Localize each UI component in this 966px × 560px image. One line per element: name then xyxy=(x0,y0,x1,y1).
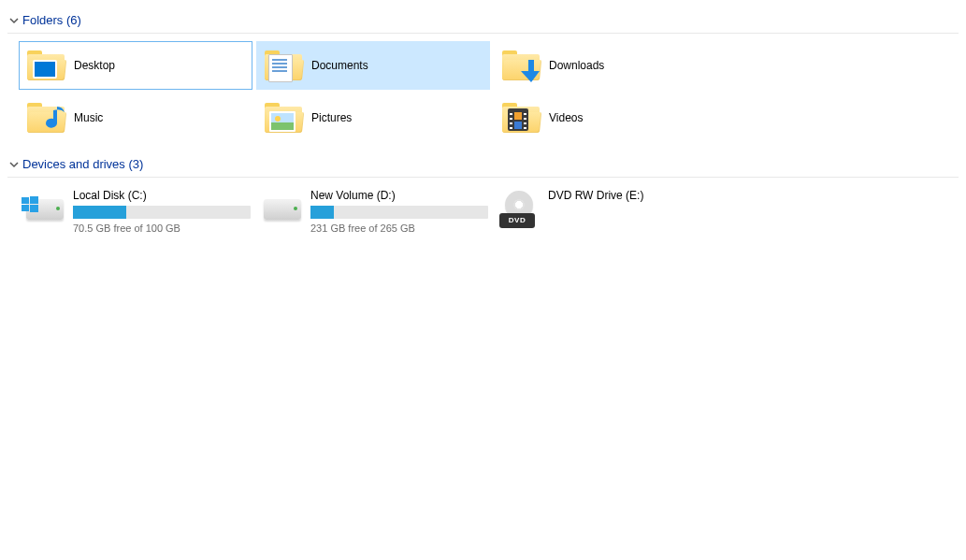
chevron-down-icon xyxy=(7,14,21,27)
drive-status: 231 GB free of 265 GB xyxy=(310,223,488,234)
dvd-drive-icon: DVD xyxy=(499,189,541,230)
folder-label: Desktop xyxy=(74,59,115,72)
drives-grid: Local Disk (C:) 70.5 GB free of 100 GB N… xyxy=(17,183,959,239)
drive-name: DVD RW Drive (E:) xyxy=(548,189,722,202)
downloads-folder-icon xyxy=(500,45,541,86)
capacity-bar xyxy=(73,206,251,219)
os-disk-icon xyxy=(24,189,65,230)
group-header-folders[interactable]: Folders (6) xyxy=(7,9,959,34)
folder-label: Videos xyxy=(549,111,583,124)
drive-status: 70.5 GB free of 100 GB xyxy=(73,223,251,234)
folders-grid: Desktop Documents Downloads xyxy=(17,39,959,144)
drive-name: New Volume (D:) xyxy=(310,189,488,202)
folder-music[interactable]: Music xyxy=(19,93,252,142)
drive-new-volume-d[interactable]: New Volume (D:) 231 GB free of 265 GB xyxy=(256,185,490,237)
capacity-fill xyxy=(73,206,126,219)
music-folder-icon xyxy=(25,97,66,138)
svg-rect-1 xyxy=(30,196,38,204)
dvd-case-label: DVD xyxy=(499,213,535,228)
svg-rect-2 xyxy=(22,205,29,211)
videos-folder-icon xyxy=(500,97,541,138)
svg-rect-3 xyxy=(30,205,38,212)
folder-documents[interactable]: Documents xyxy=(256,41,490,90)
folder-desktop[interactable]: Desktop xyxy=(19,41,252,90)
capacity-bar xyxy=(310,206,488,219)
group-header-drives[interactable]: Devices and drives (3) xyxy=(7,153,959,178)
drive-name: Local Disk (C:) xyxy=(73,189,251,202)
group-title-drives: Devices and drives (3) xyxy=(22,157,143,171)
pictures-folder-icon xyxy=(263,97,304,138)
folder-downloads[interactable]: Downloads xyxy=(494,41,728,90)
svg-rect-0 xyxy=(22,197,29,204)
folder-videos[interactable]: Videos xyxy=(494,93,728,142)
documents-folder-icon xyxy=(263,45,304,86)
folder-label: Documents xyxy=(311,59,368,72)
folder-label: Pictures xyxy=(311,111,352,124)
chevron-down-icon xyxy=(7,158,21,171)
hdd-icon xyxy=(262,189,303,230)
folder-pictures[interactable]: Pictures xyxy=(256,93,490,142)
desktop-folder-icon xyxy=(25,45,66,86)
folder-label: Downloads xyxy=(549,59,604,72)
group-title-folders: Folders (6) xyxy=(22,13,81,27)
folder-label: Music xyxy=(74,111,103,124)
drive-local-disk-c[interactable]: Local Disk (C:) 70.5 GB free of 100 GB xyxy=(19,185,252,237)
drive-dvd-rw-e[interactable]: DVD DVD RW Drive (E:) xyxy=(494,185,728,237)
capacity-fill xyxy=(310,206,334,219)
